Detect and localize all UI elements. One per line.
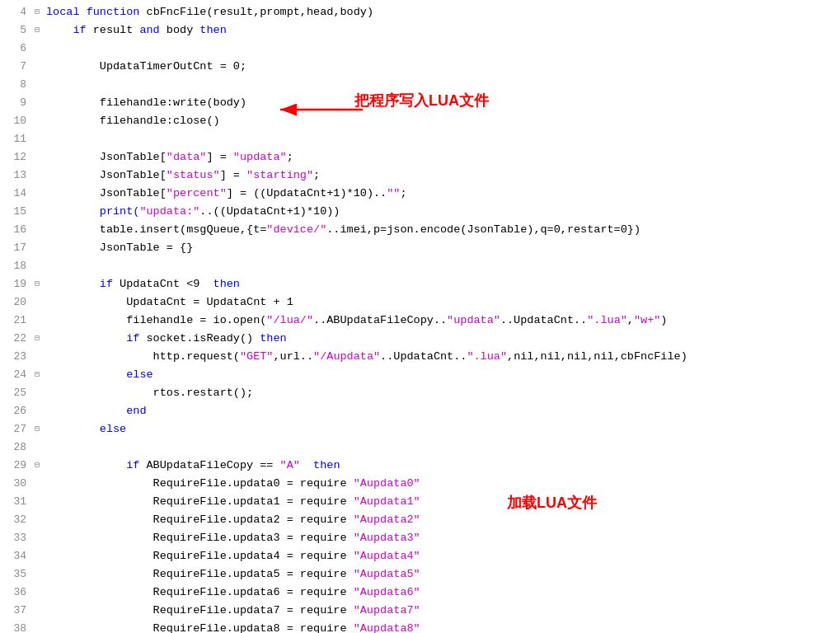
code-line: 10 filehandle:close() bbox=[0, 112, 840, 130]
code-line: 24⊟ else bbox=[0, 366, 840, 384]
code-content: RequireFile.updata0 = require "Aupdata0" bbox=[43, 475, 840, 493]
code-line: 18 bbox=[0, 257, 840, 275]
line-number: 18 bbox=[0, 257, 31, 275]
line-number: 17 bbox=[0, 239, 31, 257]
code-content: rtos.restart(); bbox=[43, 384, 840, 402]
line-number: 27 bbox=[0, 420, 31, 438]
code-line: 25 rtos.restart(); bbox=[0, 384, 840, 402]
code-line: 21 filehandle = io.open("/lua/"..ABUpdat… bbox=[0, 312, 840, 330]
code-content: end bbox=[43, 402, 840, 420]
code-content: http.request("GET",url.."/Aupdata"..Upda… bbox=[43, 348, 840, 366]
line-number: 34 bbox=[0, 547, 31, 565]
line-number: 25 bbox=[0, 384, 31, 402]
code-line: 34 RequireFile.updata4 = require "Aupdat… bbox=[0, 547, 840, 565]
code-content: RequireFile.updata7 = require "Aupdata7" bbox=[43, 602, 840, 620]
line-number: 14 bbox=[0, 185, 31, 203]
code-line: 7 UpdataTimerOutCnt = 0; bbox=[0, 58, 840, 76]
line-number: 22 bbox=[0, 330, 31, 348]
line-number: 24 bbox=[0, 366, 31, 384]
code-content: else bbox=[43, 366, 840, 384]
code-content: if UpdataCnt <9 then bbox=[43, 275, 840, 293]
code-line: 16 table.insert(msgQueue,{t="device/"..i… bbox=[0, 221, 840, 239]
line-number: 21 bbox=[0, 312, 31, 330]
code-line: 17 JsonTable = {} bbox=[0, 239, 840, 257]
load-annotation: 加载LUA文件 bbox=[507, 493, 597, 513]
code-line: 5⊟ if result and body then bbox=[0, 21, 840, 40]
line-number: 32 bbox=[0, 511, 31, 529]
code-line: 27⊟ else bbox=[0, 420, 840, 438]
code-content: local function cbFncFile(result,prompt,h… bbox=[43, 3, 840, 21]
code-content: JsonTable["percent"] = ((UpdataCnt+1)*10… bbox=[43, 185, 840, 203]
code-line: 36 RequireFile.updata6 = require "Aupdat… bbox=[0, 584, 840, 602]
line-number: 15 bbox=[0, 203, 31, 221]
code-line: 30 RequireFile.updata0 = require "Aupdat… bbox=[0, 475, 840, 493]
line-number: 33 bbox=[0, 529, 31, 547]
line-number: 23 bbox=[0, 348, 31, 366]
line-number: 5 bbox=[0, 21, 31, 40]
code-line: 35 RequireFile.updata5 = require "Aupdat… bbox=[0, 565, 840, 584]
code-content: RequireFile.updata1 = require "Aupdata1" bbox=[43, 493, 840, 511]
code-line: 4⊟local function cbFncFile(result,prompt… bbox=[0, 3, 840, 21]
line-number: 8 bbox=[0, 76, 31, 94]
code-content: JsonTable = {} bbox=[43, 239, 840, 257]
code-line: 13 JsonTable["status"] = "starting"; bbox=[0, 166, 840, 185]
code-content: JsonTable["data"] = "updata"; bbox=[43, 148, 840, 166]
line-number: 7 bbox=[0, 58, 31, 76]
code-line: 37 RequireFile.updata7 = require "Aupdat… bbox=[0, 602, 840, 620]
fold-icon[interactable]: ⊟ bbox=[31, 457, 43, 475]
code-container: 4⊟local function cbFncFile(result,prompt… bbox=[0, 0, 840, 633]
fold-icon[interactable]: ⊟ bbox=[31, 330, 43, 348]
fold-icon[interactable]: ⊟ bbox=[31, 420, 43, 438]
code-content: RequireFile.updata4 = require "Aupdata4" bbox=[43, 547, 840, 565]
code-content: RequireFile.updata5 = require "Aupdata5" bbox=[43, 565, 840, 584]
code-content: RequireFile.updata2 = require "Aupdata2" bbox=[43, 511, 840, 529]
code-content: filehandle:close() bbox=[43, 112, 840, 130]
code-content: JsonTable["status"] = "starting"; bbox=[43, 166, 840, 185]
fold-icon[interactable]: ⊟ bbox=[31, 3, 43, 21]
line-number: 37 bbox=[0, 602, 31, 620]
code-line: 14 JsonTable["percent"] = ((UpdataCnt+1)… bbox=[0, 185, 840, 203]
line-number: 31 bbox=[0, 493, 31, 511]
fold-icon[interactable]: ⊟ bbox=[31, 21, 43, 40]
line-number: 35 bbox=[0, 565, 31, 584]
line-number: 20 bbox=[0, 293, 31, 312]
code-line: 11 bbox=[0, 130, 840, 148]
write-annotation: 把程序写入LUA文件 bbox=[354, 91, 489, 110]
line-number: 13 bbox=[0, 166, 31, 185]
line-number: 12 bbox=[0, 148, 31, 166]
line-number: 16 bbox=[0, 221, 31, 239]
code-content: filehandle = io.open("/lua/"..ABUpdataFi… bbox=[43, 312, 840, 330]
line-number: 19 bbox=[0, 275, 31, 293]
code-content: RequireFile.updata3 = require "Aupdata3" bbox=[43, 529, 840, 547]
code-line: 33 RequireFile.updata3 = require "Aupdat… bbox=[0, 529, 840, 547]
line-number: 11 bbox=[0, 130, 31, 148]
line-number: 29 bbox=[0, 457, 31, 475]
code-content: if result and body then bbox=[43, 21, 840, 40]
line-number: 38 bbox=[0, 620, 31, 633]
code-content: UpdataTimerOutCnt = 0; bbox=[43, 58, 840, 76]
code-line: 6 bbox=[0, 40, 840, 58]
code-line: 22⊟ if socket.isReady() then bbox=[0, 330, 840, 348]
code-content: table.insert(msgQueue,{t="device/"..imei… bbox=[43, 221, 840, 239]
code-content: UpdataCnt = UpdataCnt + 1 bbox=[43, 293, 840, 312]
code-line: 20 UpdataCnt = UpdataCnt + 1 bbox=[0, 293, 840, 312]
line-number: 30 bbox=[0, 475, 31, 493]
fold-icon[interactable]: ⊟ bbox=[31, 366, 43, 384]
code-line: 31 RequireFile.updata1 = require "Aupdat… bbox=[0, 493, 840, 511]
code-line: 26 end bbox=[0, 402, 840, 420]
line-number: 28 bbox=[0, 438, 31, 457]
code-line: 38 RequireFile.updata8 = require "Aupdat… bbox=[0, 620, 840, 633]
line-number: 9 bbox=[0, 94, 31, 112]
code-content: else bbox=[43, 420, 840, 438]
line-number: 10 bbox=[0, 112, 31, 130]
line-number: 6 bbox=[0, 40, 31, 58]
code-line: 28 bbox=[0, 438, 840, 457]
code-line: 29⊟ if ABUpdataFileCopy == "A" then bbox=[0, 457, 840, 475]
code-line: 15 print("updata:"..((UpdataCnt+1)*10)) bbox=[0, 203, 840, 221]
line-number: 4 bbox=[0, 3, 31, 21]
code-line: 19⊟ if UpdataCnt <9 then bbox=[0, 275, 840, 293]
line-number: 26 bbox=[0, 402, 31, 420]
fold-icon[interactable]: ⊟ bbox=[31, 275, 43, 293]
code-line: 12 JsonTable["data"] = "updata"; bbox=[0, 148, 840, 166]
code-content: RequireFile.updata6 = require "Aupdata6" bbox=[43, 584, 840, 602]
